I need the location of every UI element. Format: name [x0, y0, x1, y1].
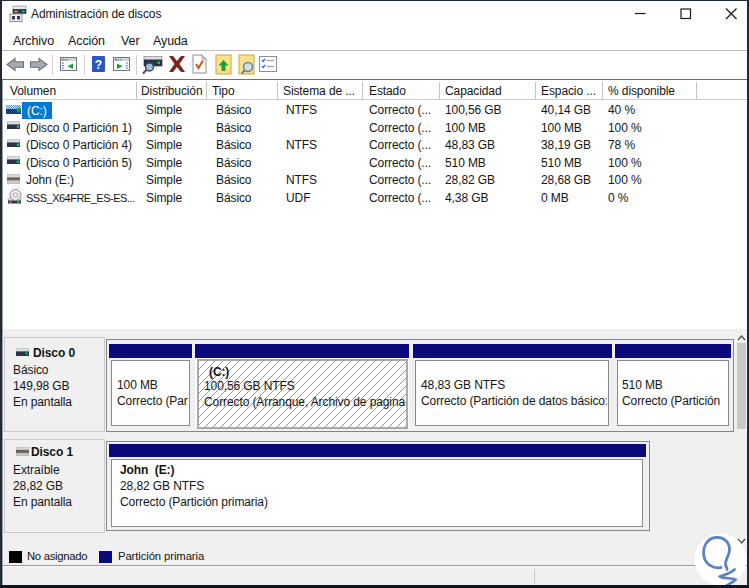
svg-text:?: ?	[95, 58, 102, 72]
